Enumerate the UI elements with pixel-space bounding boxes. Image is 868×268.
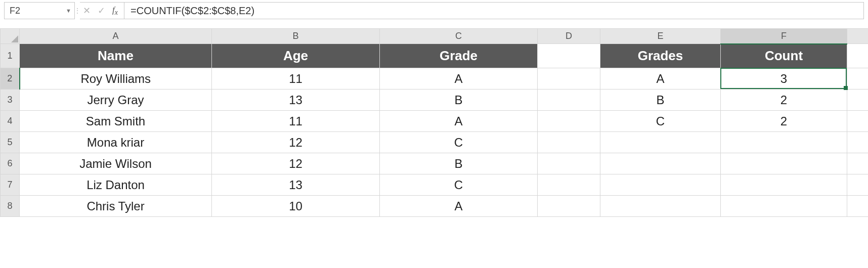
col-header-F[interactable]: F (721, 29, 847, 44)
cell-B1[interactable]: Age (212, 44, 380, 68)
cell-C2[interactable]: A (380, 68, 538, 90)
cell-value: A (656, 72, 664, 85)
cell-B8[interactable]: 10 (212, 196, 380, 217)
cell-A6[interactable]: Jamie Wilson (20, 153, 212, 174)
row-label: 4 (7, 116, 12, 126)
col-header-B[interactable]: B (212, 29, 380, 44)
cell-B2[interactable]: 11 (212, 68, 380, 90)
spreadsheet-grid[interactable]: A B C D E F 1 Name Age Grade Grades Coun… (0, 28, 868, 217)
cell-E8[interactable] (600, 196, 721, 217)
col-label: D (566, 31, 572, 41)
cell-C5[interactable]: C (380, 132, 538, 153)
row-header-5[interactable]: 5 (1, 132, 20, 153)
cell-C4[interactable]: A (380, 111, 538, 132)
cell-E7[interactable] (600, 174, 721, 196)
col-header-E[interactable]: E (600, 29, 721, 44)
cell-D5[interactable] (538, 132, 600, 153)
name-box-dropdown-icon[interactable]: ▼ (66, 8, 71, 14)
cell-D1[interactable] (538, 44, 600, 68)
cell-D2[interactable] (538, 68, 600, 90)
cell-pad-1 (847, 44, 869, 68)
row-header-4[interactable]: 4 (1, 111, 20, 132)
cell-pad-6 (847, 153, 869, 174)
cell-B3[interactable]: 13 (212, 90, 380, 111)
cell-pad-7 (847, 174, 869, 196)
cell-D3[interactable] (538, 90, 600, 111)
insert-function-button[interactable]: fx (112, 6, 118, 16)
cell-pad-8 (847, 196, 869, 217)
cell-A4[interactable]: Sam Smith (20, 111, 212, 132)
cell-C6[interactable]: B (380, 153, 538, 174)
cell-F7[interactable] (721, 174, 847, 196)
cell-value: C (454, 136, 463, 149)
cell-value: 3 (780, 72, 787, 85)
cell-value: B (454, 157, 462, 170)
cell-value: Count (765, 48, 803, 63)
row-header-7[interactable]: 7 (1, 174, 20, 196)
col-label: B (292, 31, 298, 41)
name-box[interactable]: F2 ▼ (4, 2, 75, 19)
row-header-1[interactable]: 1 (1, 44, 20, 68)
cell-F3[interactable]: 2 (721, 90, 847, 111)
cell-D4[interactable] (538, 111, 600, 132)
cell-value: 10 (289, 199, 302, 213)
cell-E5[interactable] (600, 132, 721, 153)
row-header-6[interactable]: 6 (1, 153, 20, 174)
cell-value: Age (283, 48, 308, 63)
cell-value: C (656, 114, 665, 128)
row-label: 2 (7, 73, 12, 83)
cell-E1[interactable]: Grades (600, 44, 721, 68)
cell-C1[interactable]: Grade (380, 44, 538, 68)
cell-value: A (454, 199, 462, 213)
row-header-2[interactable]: 2 (1, 68, 20, 90)
cell-value: B (454, 93, 462, 107)
row-3: 3 Jerry Gray 13 B B 2 (1, 90, 869, 111)
row-header-8[interactable]: 8 (1, 196, 20, 217)
formula-text: =COUNTIF($C$2:$C$8,E2) (131, 5, 254, 17)
cell-value: A (454, 72, 462, 85)
cell-C3[interactable]: B (380, 90, 538, 111)
cell-D6[interactable] (538, 153, 600, 174)
cell-E3[interactable]: B (600, 90, 721, 111)
grid-wrapper: A B C D E F 1 Name Age Grade Grades Coun… (0, 28, 868, 217)
cell-E6[interactable] (600, 153, 721, 174)
cell-B7[interactable]: 13 (212, 174, 380, 196)
cell-A3[interactable]: Jerry Gray (20, 90, 212, 111)
cell-B6[interactable]: 12 (212, 153, 380, 174)
cell-C8[interactable]: A (380, 196, 538, 217)
cell-value: Chris Tyler (86, 199, 144, 213)
cell-F8[interactable] (721, 196, 847, 217)
cell-E4[interactable]: C (600, 111, 721, 132)
cell-F6[interactable] (721, 153, 847, 174)
cell-D8[interactable] (538, 196, 600, 217)
cell-value: 11 (289, 72, 302, 85)
cell-A8[interactable]: Chris Tyler (20, 196, 212, 217)
cell-A1[interactable]: Name (20, 44, 212, 68)
col-header-C[interactable]: C (380, 29, 538, 44)
row-7: 7 Liz Danton 13 C (1, 174, 869, 196)
cell-E2[interactable]: A (600, 68, 721, 90)
col-header-D[interactable]: D (538, 29, 600, 44)
col-header-A[interactable]: A (20, 29, 212, 44)
cell-A2[interactable]: Roy Williams (20, 68, 212, 90)
cell-F5[interactable] (721, 132, 847, 153)
cell-value: Grade (440, 48, 478, 63)
cell-D7[interactable] (538, 174, 600, 196)
cell-F1[interactable]: Count (721, 44, 847, 68)
cell-value: C (454, 178, 463, 192)
cell-B4[interactable]: 11 (212, 111, 380, 132)
cell-value: Jamie Wilson (79, 157, 152, 170)
cell-A5[interactable]: Mona kriar (20, 132, 212, 153)
cell-C7[interactable]: C (380, 174, 538, 196)
col-label: E (657, 31, 663, 41)
row-header-3[interactable]: 3 (1, 90, 20, 111)
cell-F2[interactable]: 3 (721, 68, 847, 90)
select-all-corner[interactable] (1, 29, 20, 44)
cell-value: 12 (289, 157, 302, 170)
col-label: C (455, 31, 462, 41)
cell-B5[interactable]: 12 (212, 132, 380, 153)
cell-F4[interactable]: 2 (721, 111, 847, 132)
cell-pad-2 (847, 68, 869, 90)
formula-input[interactable]: =COUNTIF($C$2:$C$8,E2) (124, 2, 864, 19)
cell-A7[interactable]: Liz Danton (20, 174, 212, 196)
